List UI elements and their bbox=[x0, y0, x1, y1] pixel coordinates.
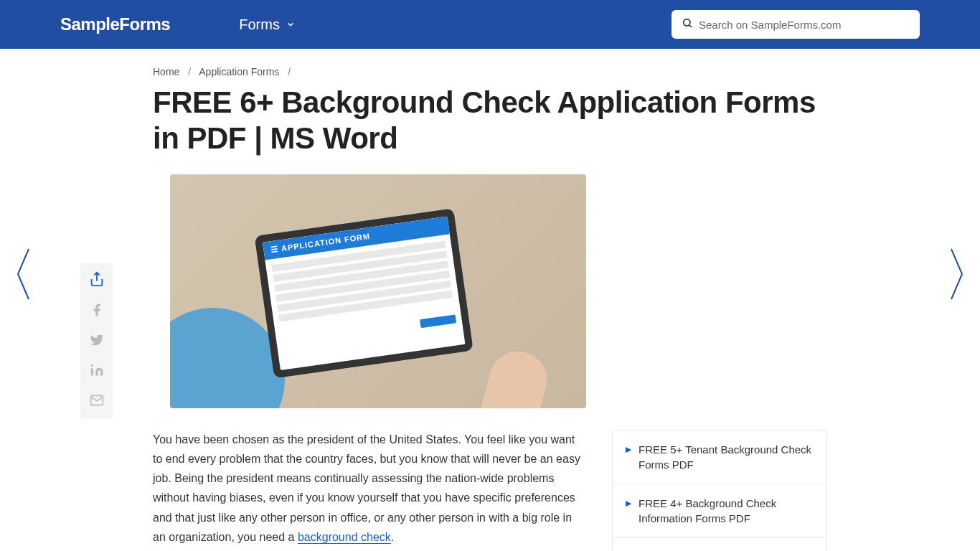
nav-forms-label: Forms bbox=[239, 17, 280, 33]
next-arrow[interactable] bbox=[948, 245, 966, 306]
related-item-label: FREE 5+ Tenant Background Check Forms PD… bbox=[639, 442, 814, 472]
chevron-down-icon bbox=[286, 17, 296, 33]
facebook-icon[interactable] bbox=[90, 303, 104, 320]
prev-arrow[interactable] bbox=[14, 245, 32, 306]
related-item[interactable]: ▶ FREE 8+ Sample Background bbox=[613, 538, 826, 551]
hero-tablet: ☰ APPLICATION FORM bbox=[255, 208, 473, 378]
twitter-icon[interactable] bbox=[90, 333, 104, 350]
breadcrumb-home[interactable]: Home bbox=[153, 66, 179, 77]
search-icon bbox=[682, 17, 693, 32]
breadcrumb-sep: / bbox=[288, 66, 291, 77]
intro-paragraph: You have been chosen as the president of… bbox=[153, 430, 583, 547]
related-item[interactable]: ▶ FREE 4+ Background Check Information F… bbox=[613, 484, 826, 538]
share-icon[interactable] bbox=[89, 271, 105, 290]
bullet-icon: ▶ bbox=[626, 444, 631, 455]
nav-forms[interactable]: Forms bbox=[239, 17, 296, 33]
breadcrumb: Home / Application Forms / bbox=[153, 66, 827, 77]
site-header: SampleForms Forms bbox=[0, 0, 980, 49]
breadcrumb-sep: / bbox=[188, 66, 191, 77]
svg-rect-3 bbox=[91, 369, 93, 376]
related-item[interactable]: ▶ FREE 5+ Tenant Background Check Forms … bbox=[613, 430, 826, 484]
share-rail bbox=[80, 263, 113, 419]
hero-hand bbox=[476, 344, 553, 408]
svg-point-4 bbox=[91, 364, 93, 367]
email-icon[interactable] bbox=[90, 393, 104, 410]
breadcrumb-category[interactable]: Application Forms bbox=[199, 66, 279, 77]
search-input[interactable] bbox=[699, 19, 910, 31]
intro-link[interactable]: background check bbox=[298, 531, 391, 544]
intro-text-before: You have been chosen as the president of… bbox=[153, 433, 580, 543]
main-container: Home / Application Forms / FREE 6+ Backg… bbox=[153, 49, 827, 551]
related-item-label: FREE 4+ Background Check Information For… bbox=[639, 496, 814, 526]
intro-text-after: . bbox=[391, 531, 394, 543]
content-row: You have been chosen as the president of… bbox=[153, 430, 827, 551]
main-column: You have been chosen as the president of… bbox=[153, 430, 583, 551]
linkedin-icon[interactable] bbox=[90, 363, 104, 380]
search-box[interactable] bbox=[672, 10, 920, 39]
related-box: ▶ FREE 5+ Tenant Background Check Forms … bbox=[612, 430, 827, 551]
bullet-icon: ▶ bbox=[626, 498, 631, 509]
hero-image: ☰ APPLICATION FORM bbox=[170, 174, 586, 408]
tablet-screen: ☰ APPLICATION FORM bbox=[263, 216, 466, 369]
logo[interactable]: SampleForms bbox=[60, 14, 170, 34]
page-title: FREE 6+ Background Check Application For… bbox=[153, 85, 827, 157]
svg-line-1 bbox=[689, 25, 692, 27]
svg-point-0 bbox=[684, 19, 690, 26]
